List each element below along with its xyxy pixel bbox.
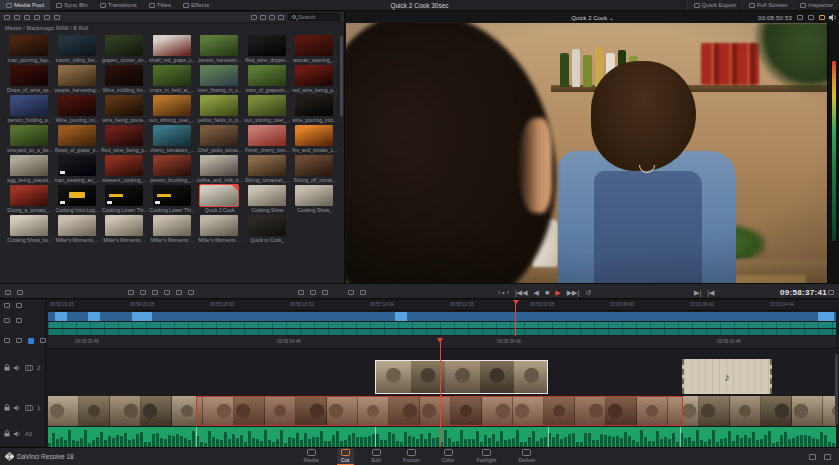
loop-button[interactable]: ↺ — [585, 289, 591, 296]
media-clip[interactable]: cherry_tomatoes_... — [149, 124, 197, 154]
lock-icon[interactable] — [4, 364, 10, 371]
media-clip[interactable]: Slicing_tomatoes_... — [244, 154, 292, 184]
media-clip[interactable]: person_brushing_... — [149, 154, 197, 184]
page-media[interactable]: Media — [300, 448, 323, 465]
media-clip[interactable]: rows_of_grapevin... — [244, 64, 292, 94]
media-clip[interactable]: Cooking Show — [244, 184, 292, 214]
media-clip[interactable]: Cooking Lower Thi... — [149, 184, 197, 214]
media-clip[interactable]: skewers_cooking_... — [101, 154, 149, 184]
match-frame-button[interactable]: ▶| — [694, 289, 701, 296]
media-clip[interactable]: Red_wine_being_p... — [101, 124, 149, 154]
media-clip[interactable]: fire_and_smoke_c... — [291, 124, 339, 154]
media-clip[interactable]: Fresh_cherry_tom... — [244, 124, 292, 154]
view-mode-icon[interactable] — [310, 290, 316, 295]
media-clip[interactable]: Cooking Show_ — [291, 184, 339, 214]
edit-function-icon[interactable] — [152, 290, 158, 295]
media-clip[interactable]: man_pouring_liqu... — [6, 34, 54, 64]
timeline-scrollbar[interactable] — [835, 354, 838, 424]
page-fusion[interactable]: Fusion — [399, 448, 424, 465]
media-clip[interactable]: man_wearing_an_... — [54, 154, 102, 184]
cloud-icon[interactable] — [797, 15, 803, 20]
tab-media-pool[interactable]: Media Pool — [0, 0, 50, 10]
music-clip[interactable]: ♪ — [682, 359, 772, 394]
media-clip[interactable]: Cooking Show_bo... — [6, 214, 54, 244]
media-pool-scrollbar[interactable] — [340, 36, 343, 116]
selected-clip-v2[interactable] — [375, 360, 548, 394]
pen-icon[interactable] — [4, 338, 10, 343]
view-mode-icon[interactable] — [322, 290, 328, 295]
media-clip[interactable]: Miller's Moments ... — [196, 214, 244, 244]
overview-audio-track-1[interactable] — [48, 322, 836, 328]
media-clip[interactable]: Miller's Moments ... — [54, 214, 102, 244]
stop-button[interactable]: ■ — [545, 289, 549, 296]
strip-view-icon[interactable] — [251, 15, 257, 20]
media-clip[interactable]: coffee_and_milk_b... — [196, 154, 244, 184]
edit-function-icon[interactable] — [128, 290, 134, 295]
media-clip[interactable]: Wine_pouring_int... — [54, 94, 102, 124]
edit-function-icon[interactable] — [188, 290, 194, 295]
media-clip[interactable]: Miller's Moments ... — [149, 214, 197, 244]
overview-audio-track-2[interactable] — [48, 329, 836, 335]
media-clip[interactable]: wine_being_poure... — [101, 94, 149, 124]
page-edit[interactable]: Edit — [368, 448, 385, 465]
media-clip[interactable]: Drops_of_wine_sp... — [6, 64, 54, 94]
trim-tool-icon[interactable] — [348, 290, 354, 295]
track-tools-icon[interactable] — [4, 303, 10, 308]
media-clip[interactable]: Rows_of_grape_tr... — [54, 124, 102, 154]
media-clip[interactable]: sun_shining_over_... — [244, 94, 292, 124]
search-input[interactable]: Search — [288, 13, 340, 21]
media-clip[interactable]: Quick to Cook_ — [244, 214, 292, 244]
media-clip[interactable]: crops_in_field_at_... — [149, 64, 197, 94]
media-clip[interactable]: wine_pouring_into... — [291, 94, 339, 124]
film-icon[interactable] — [25, 405, 33, 411]
trim-tool-icon[interactable] — [360, 290, 366, 295]
media-clip[interactable]: egg_being_placed... — [6, 154, 54, 184]
marker-tools-icon[interactable] — [4, 318, 10, 323]
flag-icon[interactable] — [40, 338, 46, 343]
import-media-icon[interactable] — [4, 15, 10, 20]
timeline-options-icon[interactable] — [828, 290, 834, 295]
sort-icon[interactable] — [278, 15, 284, 20]
timeline-tool-icon[interactable] — [17, 290, 23, 295]
camera-icon[interactable] — [54, 15, 60, 20]
page-fairlight[interactable]: Fairlight — [473, 448, 501, 465]
list-view-icon[interactable] — [269, 15, 275, 20]
media-clip[interactable]: vineyard_on_a_far... — [6, 124, 54, 154]
media-clip[interactable]: Cooking Lower Thi... — [101, 184, 149, 214]
media-clip[interactable]: Chef_picks_tomat... — [196, 124, 244, 154]
page-color[interactable]: Color — [438, 448, 459, 465]
sync-clips-icon[interactable] — [44, 15, 50, 20]
razor-icon[interactable] — [16, 318, 22, 323]
media-clip[interactable]: person_holding_a... — [6, 94, 54, 124]
overview-playhead[interactable] — [515, 300, 516, 336]
quick-export-button[interactable]: Quick Export — [687, 0, 742, 10]
timeline-tool-icon[interactable] — [5, 290, 11, 295]
media-clip[interactable]: red_wine_being_p... — [291, 64, 339, 94]
clip-color-swatch[interactable] — [28, 338, 34, 344]
lock-icon[interactable] — [4, 430, 10, 437]
speaker-icon[interactable] — [14, 405, 21, 411]
speaker-icon[interactable] — [829, 14, 837, 21]
audio-track-1[interactable] — [48, 427, 836, 447]
timeline-playhead[interactable] — [440, 338, 441, 447]
caret-down-icon[interactable] — [14, 15, 20, 20]
media-clip[interactable]: river_flowing_in_v... — [196, 64, 244, 94]
tab-sync-bin[interactable]: Sync Bin — [50, 0, 94, 10]
page-deliver[interactable]: Deliver — [514, 448, 539, 465]
media-clip[interactable]: grapes_cluster_on... — [101, 34, 149, 64]
media-clip[interactable]: woman_opening_... — [291, 34, 339, 64]
media-clip[interactable]: people_harvesting... — [54, 64, 102, 94]
wand-icon[interactable] — [819, 15, 825, 20]
media-clip[interactable]: Red_wine_drippin... — [244, 34, 292, 64]
media-clip[interactable]: Slicing_off_tomat... — [291, 154, 339, 184]
media-clip[interactable]: sun_shining_over_... — [149, 94, 197, 124]
full-screen-button[interactable]: Full Screen — [742, 0, 793, 10]
media-clip[interactable]: person_harvestin... — [196, 34, 244, 64]
media-clip[interactable]: Slicing_a_tomato_... — [6, 184, 54, 214]
edit-function-icon[interactable] — [140, 290, 146, 295]
marker-flag-icon[interactable] — [16, 338, 22, 343]
new-bin-icon[interactable] — [24, 15, 30, 20]
speaker-icon[interactable] — [14, 365, 21, 371]
play-button[interactable]: ▶ — [555, 289, 560, 296]
media-clip[interactable]: tractor_riding_bet... — [54, 34, 102, 64]
